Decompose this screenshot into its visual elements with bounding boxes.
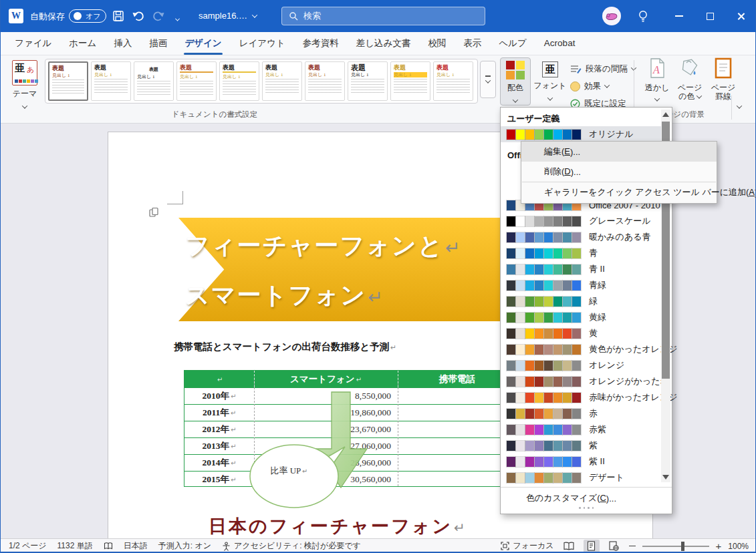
scheme-row-11[interactable]: オレンジがかった赤 [501,373,661,389]
swatch [507,264,515,274]
scheme-row-8[interactable]: 黄 [501,325,661,341]
swatch [516,297,525,307]
page-borders-button[interactable]: ページ 罫線 [708,57,739,101]
style-set-thumb-6[interactable]: 表題見出し 1 [305,61,345,101]
tab-0[interactable]: ファイル [6,32,60,55]
swatch [535,425,543,435]
tab-8[interactable]: 校閲 [419,32,455,55]
scheme-row-6[interactable]: 緑 [501,293,661,309]
zoom-slider[interactable] [642,546,709,547]
resize-handle[interactable] [501,507,672,509]
zoom-level[interactable]: 100% [728,542,749,551]
swatch [553,216,562,226]
scheme-swatches [507,313,581,323]
style-set-thumb-4[interactable]: 表題見出し 1 [219,61,259,101]
scroll-up-icon[interactable] [662,112,669,117]
scheme-row-4[interactable]: 青 II [501,261,661,277]
effects-button[interactable]: 効果 [570,80,609,92]
style-set-thumb-3[interactable]: 表題見出し 1 [176,61,217,101]
avatar[interactable] [602,7,621,25]
style-set-thumb-2[interactable]: 表題見出し 1 [134,61,174,101]
paragraph-spacing-button[interactable]: 段落の間隔 [570,63,636,75]
search-input[interactable]: 検索 [281,7,485,25]
context-menu-item-1[interactable]: 削除(D)... [521,162,717,182]
context-menu-item-0[interactable]: 編集(E)... [521,142,717,162]
watermark-button[interactable]: A 透かし [641,57,673,104]
scheme-row-17[interactable]: デザート [501,470,661,486]
scheme-row-15[interactable]: 紫 [501,437,661,453]
tab-5[interactable]: レイアウト [231,32,294,55]
page-indicator[interactable]: 1/2 ページ [9,540,47,552]
color-chip [516,61,525,69]
page-color-button[interactable]: ページ の色 [674,57,705,101]
swatch [544,409,553,419]
colors-button[interactable]: 配色 [500,57,531,106]
style-set-thumb-5[interactable]: 表題見出し 1 [262,61,302,101]
style-set-thumb-8[interactable]: 表題見出し 1 [390,61,430,101]
customize-colors-item[interactable]: 色のカスタマイズ(C)... [501,490,672,507]
fonts-button[interactable]: 亜 フォント [533,57,567,106]
minimize-button[interactable] [664,0,695,32]
swatch [563,313,572,323]
word-count[interactable]: 1132 単語 [57,540,93,552]
text-prediction-indicator[interactable]: 予測入力: オン [158,540,211,552]
read-mode-button[interactable] [561,540,577,553]
scheme-row-5[interactable]: 青緑 [501,277,661,293]
word-app-icon[interactable]: W [9,9,23,23]
menu-item-text-2: )... [571,167,581,177]
language-indicator[interactable]: 日本語 [124,540,148,552]
tab-1[interactable]: ホーム [60,32,105,55]
zoom-slider-thumb[interactable] [681,542,684,551]
lightbulb-icon[interactable] [637,9,649,23]
redo-icon[interactable] [152,9,165,23]
accessibility-status[interactable]: アクセシビリティ: 検討が必要です [222,540,361,552]
scheme-row-1[interactable]: グレースケール [501,213,661,229]
customize-qat-chevron-icon[interactable] [176,13,182,20]
scheme-row-13[interactable]: 赤 [501,405,661,421]
customize-colors-text: 色のカスタマイズ(C [526,492,606,504]
tab-6[interactable]: 参考資料 [294,32,348,55]
web-layout-button[interactable] [606,540,622,553]
tab-11[interactable]: Acrobat [535,32,584,55]
gallery-more-button[interactable] [480,61,496,98]
style-set-thumb-7[interactable]: 表題見出し 1 [348,61,388,101]
scheme-row-7[interactable]: 黄緑 [501,309,661,325]
tab-4[interactable]: デザイン [176,32,230,55]
style-set-thumb-1[interactable]: 表題見出し 1 [91,61,131,101]
scheme-row-2[interactable]: 暖かみのある青 [501,229,661,245]
bubble-text: 比率 UP↵ [254,465,324,477]
style-set-thumb-0[interactable]: 表題見出し 1 [48,61,88,101]
print-layout-button[interactable] [584,540,600,553]
save-icon[interactable] [112,9,125,23]
column-separator-header [398,371,398,387]
zoom-in-button[interactable]: + [716,543,722,550]
close-button[interactable] [725,0,756,32]
autosave-toggle[interactable]: オフ [69,9,106,23]
custom-scheme-row[interactable]: オリジナル [501,126,663,142]
swatch [563,345,572,355]
focus-button[interactable]: フォーカス [501,540,553,552]
scheme-row-12[interactable]: 赤味がかったオレンジ [501,389,661,405]
tab-2[interactable]: 挿入 [105,32,140,55]
undo-icon[interactable] [132,9,145,23]
scheme-swatches [507,361,581,371]
zoom-out-button[interactable] [629,546,636,547]
scheme-row-3[interactable]: 青 [501,245,661,261]
tab-3[interactable]: 描画 [140,32,176,55]
themes-button[interactable]: 亜あ テーマ [7,60,42,119]
scheme-row-16[interactable]: 紫 II [501,453,661,470]
scroll-down-icon[interactable] [662,475,669,480]
proofing-status[interactable] [104,542,113,551]
context-menu-item-2[interactable]: ギャラリーをクイック アクセス ツール バーに追加(A) [521,182,717,202]
maximize-button[interactable] [695,0,725,32]
style-set-thumb-9[interactable]: 表題見出し 1 [433,61,473,101]
scheme-row-14[interactable]: 赤紫 [501,421,661,437]
tab-9[interactable]: 表示 [455,32,490,55]
tab-10[interactable]: ヘルプ [490,32,535,55]
document-title[interactable]: sample16.… [199,11,257,21]
collapse-ribbon-chevron-icon[interactable] [737,103,742,108]
thumb-rule [180,71,213,73]
scheme-row-9[interactable]: 黄色がかったオレンジ [501,341,661,357]
tab-7[interactable]: 差し込み文書 [348,32,420,55]
scheme-row-10[interactable]: オレンジ [501,357,661,373]
